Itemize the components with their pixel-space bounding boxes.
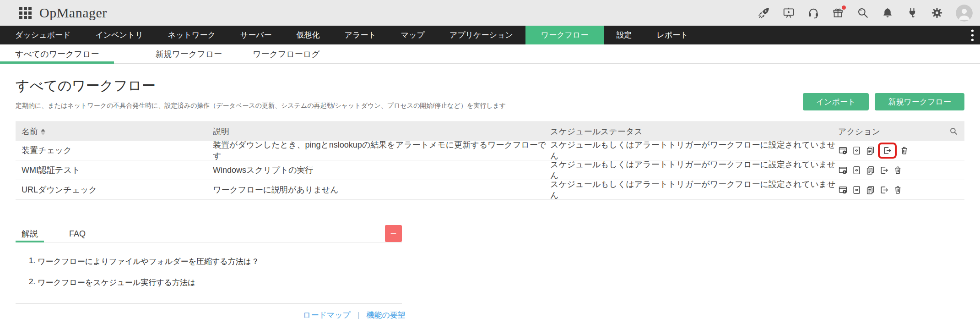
rocket-icon[interactable] <box>758 7 770 19</box>
workflow-name[interactable]: URLダウンチェック <box>16 184 213 195</box>
execute-icon[interactable] <box>838 185 848 195</box>
nav-item-workflow[interactable]: ワークフロー <box>525 26 604 44</box>
delete-icon[interactable] <box>893 185 903 195</box>
nav-overflow-kebab-icon[interactable] <box>971 29 974 42</box>
header-description: 説明 <box>213 126 550 137</box>
page-title: すべてのワークフロー <box>16 77 964 95</box>
table-row[interactable]: WMI認証テスト Windowsスクリプトの実行 スケジュールもしくはアラートト… <box>16 160 964 180</box>
footer-separator: | <box>357 311 359 319</box>
copy-icon[interactable] <box>866 165 875 175</box>
question-number: 1. <box>29 256 35 267</box>
help-tab-faq[interactable]: FAQ <box>63 226 92 242</box>
nav-item-alerts[interactable]: アラート <box>332 26 389 44</box>
whats-new-gift-icon[interactable] <box>832 7 844 19</box>
workflow-name[interactable]: WMI認証テスト <box>16 165 213 176</box>
row-actions <box>838 165 948 175</box>
workflow-tabs: すべてのワークフロー 新規ワークフロー ワークフローログ <box>0 44 980 64</box>
workflow-description: ワークフローに説明がありません <box>213 184 550 195</box>
global-search-icon[interactable] <box>857 7 869 19</box>
nav-item-dashboard[interactable]: ダッシュボード <box>0 26 83 44</box>
new-workflow-button[interactable]: 新規ワークフロー <box>875 93 964 110</box>
roadmap-link[interactable]: ロードマップ <box>303 310 351 319</box>
view-icon[interactable] <box>852 165 861 175</box>
feature-request-link[interactable]: 機能の要望 <box>366 310 405 319</box>
list-item: 1. ワークフローによりファイルやフォルダーを圧縮する方法は？ <box>29 256 402 267</box>
workflow-table: 名前 説明 スケジュールステータス アクション 装置チェック 装置がダウンしたと… <box>16 121 964 200</box>
header-name[interactable]: 名前 <box>16 126 213 137</box>
delete-icon[interactable] <box>899 146 909 155</box>
table-row[interactable]: URLダウンチェック ワークフローに説明がありません スケジュールもしくはアラー… <box>16 180 964 200</box>
page-actions: インポート 新規ワークフロー <box>803 93 964 110</box>
schedule-status: スケジュールもしくはアラートトリガーがワークフローに設定されていません <box>550 139 838 161</box>
row-actions <box>838 185 948 195</box>
copy-icon[interactable] <box>866 185 875 195</box>
main-content: すべてのワークフロー 定期的に、またはネットワークの不具合発生時に、設定済みの操… <box>0 77 980 200</box>
list-item: 2. ワークフローをスケジュール実行する方法は <box>29 277 402 288</box>
row-actions <box>838 146 948 155</box>
export-icon[interactable] <box>879 185 889 195</box>
copy-icon[interactable] <box>866 146 875 155</box>
nav-item-server[interactable]: サーバー <box>228 26 284 44</box>
delete-icon[interactable] <box>893 165 903 175</box>
highlight-ring <box>878 143 897 159</box>
export-icon[interactable] <box>883 146 892 155</box>
user-avatar[interactable] <box>956 5 973 22</box>
nav-item-virtualization[interactable]: 仮想化 <box>284 26 332 44</box>
nav-item-inventory[interactable]: インベントリ <box>83 26 155 44</box>
question-link[interactable]: ワークフローによりファイルやフォルダーを圧縮する方法は？ <box>38 256 259 267</box>
nav-item-maps[interactable]: マップ <box>389 26 437 44</box>
footer: ロードマップ | 機能の要望 <box>0 310 980 319</box>
table-search-icon[interactable] <box>949 127 958 136</box>
schedule-status: スケジュールもしくはアラートトリガーがワークフローに設定されていません <box>550 159 838 181</box>
table-row[interactable]: 装置チェック 装置がダウンしたとき、pingとnslookupの結果をアラートメ… <box>16 141 964 160</box>
workflow-description: Windowsスクリプトの実行 <box>213 165 550 176</box>
nav-item-settings[interactable]: 設定 <box>604 26 644 44</box>
topbar: OpManager <box>0 0 980 26</box>
sort-icon[interactable] <box>41 129 45 135</box>
header-schedule-status: スケジュールステータス <box>550 126 838 137</box>
demo-video-icon[interactable] <box>783 7 795 19</box>
export-icon[interactable] <box>879 165 889 175</box>
tab-all-workflows[interactable]: すべてのワークフロー <box>0 44 114 63</box>
question-number: 2. <box>29 277 35 288</box>
help-tab-guide[interactable]: 解説 <box>16 226 44 242</box>
workflow-description: 装置がダウンしたとき、pingとnslookupの結果をアラートメモに更新するワ… <box>213 139 550 161</box>
topbar-actions <box>758 5 973 22</box>
execute-icon[interactable] <box>838 146 848 155</box>
nav-item-applications[interactable]: アプリケーション <box>437 26 525 44</box>
tab-new-workflow[interactable]: 新規ワークフロー <box>155 44 222 63</box>
tab-workflow-logs[interactable]: ワークフローログ <box>253 44 320 63</box>
help-questions: 1. ワークフローによりファイルやフォルダーを圧縮する方法は？ 2. ワークフロ… <box>16 242 402 304</box>
header-actions: アクション <box>838 126 948 137</box>
nav-item-network[interactable]: ネットワーク <box>156 26 228 44</box>
workflow-name[interactable]: 装置チェック <box>16 145 213 156</box>
question-link[interactable]: ワークフローをスケジュール実行する方法は <box>38 277 195 288</box>
collapse-help-button[interactable]: − <box>385 225 402 242</box>
execute-icon[interactable] <box>838 165 848 175</box>
view-icon[interactable] <box>852 185 861 195</box>
nav-item-reports[interactable]: レポート <box>644 26 700 44</box>
main-nav: ダッシュボード インベントリ ネットワーク サーバー 仮想化 アラート マップ … <box>0 26 980 44</box>
settings-gear-icon[interactable] <box>931 7 943 19</box>
help-tabs: 解説 FAQ − <box>16 226 402 242</box>
view-icon[interactable] <box>852 146 861 155</box>
help-panel: 解説 FAQ − 1. ワークフローによりファイルやフォルダーを圧縮する方法は？… <box>16 226 402 304</box>
apps-grid-icon[interactable] <box>19 7 32 19</box>
schedule-status: スケジュールもしくはアラートトリガーがワークフローに設定されていません <box>550 179 838 201</box>
app-title: OpManager <box>39 5 107 21</box>
import-button[interactable]: インポート <box>803 93 869 110</box>
integrations-plug-icon[interactable] <box>906 7 918 19</box>
support-headset-icon[interactable] <box>807 7 819 19</box>
notification-badge <box>842 6 846 10</box>
notifications-bell-icon[interactable] <box>882 7 893 19</box>
table-header-row: 名前 説明 スケジュールステータス アクション <box>16 121 964 141</box>
